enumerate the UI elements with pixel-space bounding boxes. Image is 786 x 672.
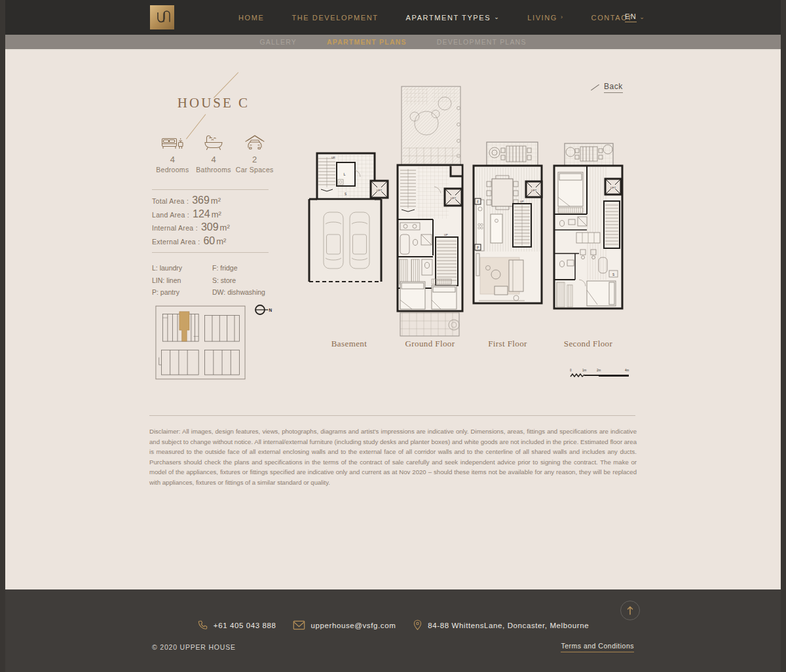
back-button[interactable]: Back	[590, 82, 623, 93]
total-area: Total Area :369m²	[152, 195, 276, 208]
svg-text:LIFT: LIFT	[377, 189, 383, 192]
floor-label-first: First Floor	[468, 339, 547, 349]
arrow-up-icon	[627, 606, 633, 615]
scroll-to-top-button[interactable]	[620, 601, 640, 620]
external-area: External Area :60m²	[152, 235, 276, 249]
scale-bar: 0 1m 2m 4m	[570, 367, 630, 380]
uh-monogram-icon	[150, 5, 174, 29]
footer-email[interactable]: upperhouse@vsfg.com	[293, 620, 396, 630]
internal-area: Internal Area :309m²	[152, 221, 276, 235]
tab-development-plans[interactable]: DEVELOPMENT PLANS	[437, 38, 527, 46]
decorative-line	[214, 72, 238, 98]
chevron-down-icon: ⌄	[639, 14, 645, 20]
floor-plan-ground: LIFT UP	[395, 85, 465, 339]
svg-text:1m: 1m	[582, 369, 587, 372]
svg-text:LIFT: LIFT	[451, 196, 457, 200]
tab-apartment-plans[interactable]: APARTMENT PLANS	[327, 38, 407, 46]
svg-text:N: N	[269, 308, 272, 312]
subnav: GALLERY APARTMENT PLANS DEVELOPMENT PLAN…	[5, 35, 781, 50]
location-pin-icon	[413, 619, 422, 631]
svg-text:0: 0	[570, 369, 572, 372]
floor-plan-first: LIFT F P UP	[468, 141, 547, 314]
area-details: Total Area :369m² Land Area :124m² Inter…	[152, 195, 276, 248]
disclaimer-text: Disclaimer: All images, design features,…	[149, 426, 637, 487]
page: HOME THE DEVELOPMENT APARTMENT TYPES⌄ LI…	[5, 0, 781, 672]
svg-text:P: P	[477, 246, 479, 250]
terms-link[interactable]: Terms and Conditions	[561, 642, 634, 652]
tab-gallery[interactable]: GALLERY	[259, 38, 297, 46]
copyright: © 2020 UPPER HOUSE	[152, 643, 236, 651]
bath-icon	[202, 134, 225, 151]
header: HOME THE DEVELOPMENT APARTMENT TYPES⌄ LI…	[5, 0, 781, 35]
svg-text:UP: UP	[331, 156, 335, 159]
floor-label-ground: Ground Floor	[395, 339, 465, 349]
main-nav: HOME THE DEVELOPMENT APARTMENT TYPES⌄ LI…	[238, 0, 633, 35]
floor-label-second: Second Floor	[549, 339, 627, 349]
contact-row: +61 405 043 888 upperhouse@vsfg.com 84-8…	[5, 619, 781, 631]
svg-text:LIFT: LIFT	[610, 186, 616, 189]
car-icon	[244, 134, 266, 151]
page-title: HOUSE C	[151, 95, 276, 111]
footer-address: 84-88 WhittensLane, Doncaster, Melbourne	[413, 619, 589, 631]
stat-bedrooms: 4 Bedrooms	[152, 134, 193, 174]
floor-label-basement: Basement	[307, 339, 392, 349]
site-plan-minimap[interactable]	[155, 304, 246, 381]
upper-house-logo[interactable]	[150, 5, 174, 29]
svg-text:F: F	[477, 200, 479, 204]
divider	[152, 189, 269, 190]
stat-car-spaces: 2 Car Spaces	[234, 134, 275, 174]
divider	[149, 415, 635, 416]
house-stats: 4 Bedrooms 4 Bathrooms	[152, 134, 275, 174]
nav-home[interactable]: HOME	[238, 14, 264, 22]
divider	[152, 252, 269, 253]
svg-text:LIFT: LIFT	[531, 189, 537, 192]
compass-icon: N	[254, 303, 272, 316]
bed-icon	[161, 134, 183, 151]
nav-living[interactable]: LIVING›	[527, 14, 563, 22]
plan-legend: L: laundry LIN: linen P: pantry F: fridg…	[152, 264, 276, 301]
chevron-down-icon: ⌄	[494, 14, 500, 20]
back-slash-icon	[591, 84, 599, 90]
svg-text:2m: 2m	[597, 369, 601, 372]
mail-icon	[293, 620, 305, 630]
svg-text:S: S	[612, 273, 614, 276]
language-selector[interactable]: EN ⌄	[625, 0, 645, 35]
svg-text:UP: UP	[520, 200, 524, 203]
footer-phone[interactable]: +61 405 043 888	[197, 620, 276, 631]
svg-text:UP: UP	[444, 233, 448, 236]
nav-the-development[interactable]: THE DEVELOPMENT	[291, 14, 378, 22]
main-content: HOUSE C 4 Bedrooms	[5, 50, 781, 589]
svg-text:4m: 4m	[625, 369, 629, 372]
svg-text:S: S	[345, 193, 346, 196]
footer: +61 405 043 888 upperhouse@vsfg.com 84-8…	[5, 589, 781, 672]
phone-icon	[197, 620, 208, 631]
floor-plan-basement: UP L S LIFT	[307, 152, 392, 284]
nav-apartment-types[interactable]: APARTMENT TYPES⌄	[406, 14, 500, 22]
highlighted-unit[interactable]	[179, 312, 189, 341]
svg-text:L: L	[343, 172, 345, 176]
chevron-right-icon: ›	[561, 14, 564, 20]
stat-bathrooms: 4 Bathrooms	[193, 134, 234, 174]
floor-plan-second: LIFT	[550, 142, 626, 312]
land-area: Land Area :124m²	[152, 208, 276, 222]
